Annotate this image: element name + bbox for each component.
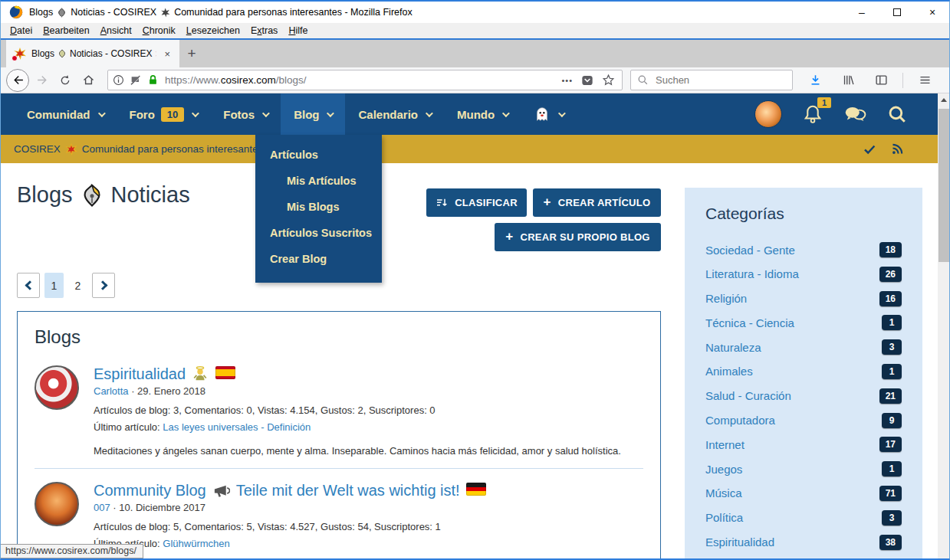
bookmark-star-icon[interactable]: [602, 74, 615, 87]
tabbar: Blogs Noticias - COSIREX × +: [0, 38, 950, 67]
category-item-tecnica-ciencia: Técnica - Ciencia 1: [705, 315, 902, 330]
tab-close-icon[interactable]: ×: [161, 47, 173, 61]
reload-button[interactable]: [54, 70, 77, 91]
blog-title-link[interactable]: Teile mit der Welt was wichtig ist!: [236, 482, 460, 499]
forward-button[interactable]: [31, 70, 54, 91]
search-input[interactable]: [654, 74, 769, 87]
blog-avatar[interactable]: [35, 482, 79, 526]
vertical-scrollbar[interactable]: [938, 93, 950, 560]
category-link[interactable]: Naturaleza: [705, 341, 761, 354]
blog-stats: Artículos de blog: 3, Comentarios: 0, Vi…: [94, 404, 643, 416]
new-tab-button[interactable]: +: [179, 40, 204, 67]
active-tab[interactable]: Blogs Noticias - COSIREX ×: [6, 40, 179, 67]
downloads-icon[interactable]: [804, 70, 827, 91]
scrollbar-thumb[interactable]: [938, 109, 949, 262]
last-article-link[interactable]: Glühwürmchen: [163, 538, 229, 549]
pagination-page-1[interactable]: 1: [44, 273, 64, 298]
category-link[interactable]: Animales: [705, 365, 753, 378]
menubar-item-datei[interactable]: Datei: [5, 24, 38, 38]
category-link[interactable]: Computadora: [705, 414, 775, 427]
nav-item-blog[interactable]: Blog: [281, 93, 345, 135]
notifications-button[interactable]: 1: [803, 104, 823, 124]
pagination: 12: [17, 273, 115, 298]
blog-title-link[interactable]: Community Blog: [94, 482, 206, 499]
user-avatar[interactable]: [754, 100, 782, 128]
dropdown-item-crear-blog[interactable]: Crear Blog: [255, 246, 382, 272]
sidebars-icon[interactable]: [869, 70, 892, 91]
category-link[interactable]: Internet: [705, 438, 745, 451]
menubar-item-lesezeichen[interactable]: Lesezeichen: [181, 24, 245, 38]
close-button[interactable]: ×: [915, 2, 950, 23]
search-bar[interactable]: [630, 70, 793, 90]
clasificar-button[interactable]: CLASIFICAR: [426, 188, 527, 217]
pagination-page-2[interactable]: 2: [68, 273, 87, 298]
category-item-politica: Política 3: [705, 510, 902, 526]
menubar-item-bearbeiten[interactable]: Bearbeiten: [38, 24, 94, 38]
pen-icon: [57, 8, 67, 18]
category-link[interactable]: Literatura - Idioma: [705, 267, 799, 280]
category-link[interactable]: Música: [705, 486, 742, 499]
category-count-badge: 26: [879, 267, 902, 282]
nav-item-ghost[interactable]: [521, 93, 577, 135]
chevron-down-icon: [262, 110, 270, 117]
library-icon[interactable]: [837, 70, 860, 91]
germany-flag-icon: [466, 482, 484, 499]
blog-title-link[interactable]: Espiritualidad: [94, 365, 186, 383]
dropdown-item-articulos-suscritos[interactable]: Artículos Suscritos: [255, 220, 382, 246]
menubar-item-ansicht[interactable]: Ansicht: [95, 24, 137, 38]
crear-articulo-button[interactable]: + CREAR ARTÍCULO: [533, 188, 661, 217]
category-count-badge: 38: [879, 535, 902, 550]
pocket-icon[interactable]: [581, 74, 593, 87]
nav-item-foro[interactable]: Foro 10: [117, 93, 211, 135]
mark-read-check-icon[interactable]: [863, 142, 876, 156]
dropdown-item-mis-articulos[interactable]: Mis Artículos: [255, 168, 382, 194]
category-link[interactable]: Juegos: [705, 463, 742, 476]
blog-author-link[interactable]: 007: [94, 502, 110, 513]
messages-button[interactable]: [843, 104, 866, 124]
chevron-down-icon: [97, 110, 105, 117]
maximize-button[interactable]: [879, 2, 915, 23]
nav-item-calendario[interactable]: Calendario: [345, 93, 444, 135]
site-search-button[interactable]: [887, 104, 907, 124]
category-link[interactable]: Salud - Curación: [705, 389, 791, 402]
blogs-panel: Blogs Espiritualidad Carlotta · 29. Ener…: [17, 311, 661, 560]
window-title: Blogs Noticias - COSIREX Comunidad para …: [29, 7, 413, 18]
page-actions-icon[interactable]: •••: [561, 76, 573, 85]
category-link[interactable]: Espiritualidad: [705, 535, 774, 549]
nav-item-mundo[interactable]: Mundo: [444, 93, 521, 135]
pagination-next-button[interactable]: [92, 273, 115, 298]
nav-item-fotos[interactable]: Fotos: [210, 93, 281, 135]
category-count-badge: 1: [882, 461, 902, 476]
pen-nib-icon: [81, 184, 104, 207]
back-button[interactable]: [6, 69, 29, 92]
category-link[interactable]: Técnica - Ciencia: [705, 316, 794, 329]
menu-hamburger-icon[interactable]: [913, 70, 936, 91]
blog-avatar[interactable]: [35, 365, 79, 410]
toolbar-separator: [902, 73, 903, 88]
dropdown-item-mis-blogs[interactable]: Mis Blogs: [255, 194, 382, 220]
last-article-label: Último artículo:: [94, 421, 163, 433]
crear-su-propio-blog-button[interactable]: + CREAR SU PROPIO BLOG: [495, 223, 661, 251]
chevron-down-icon: [558, 110, 566, 117]
category-link[interactable]: Política: [705, 511, 743, 524]
category-link[interactable]: Sociedad - Gente: [705, 244, 795, 257]
dropdown-item-articulos[interactable]: Artículos: [255, 142, 382, 168]
blog-title: Community BlogTeile mit der Welt was wic…: [94, 482, 643, 499]
url-bar[interactable]: https://www.cosirex.com/blogs/ •••: [107, 70, 623, 90]
content-blocking-icon[interactable]: [130, 74, 142, 87]
menubar-item-chronik[interactable]: Chronik: [137, 24, 181, 38]
https-lock-icon[interactable]: [147, 74, 159, 86]
nav-item-comunidad[interactable]: Comunidad: [14, 93, 117, 135]
minimize-button[interactable]: –: [844, 2, 879, 23]
category-link[interactable]: Religión: [705, 292, 747, 305]
menubar-item-hilfe[interactable]: Hilfe: [283, 24, 313, 38]
blog-dropdown-menu: ArtículosMis ArtículosMis BlogsArtículos…: [255, 135, 382, 283]
rss-icon[interactable]: [891, 142, 904, 156]
menubar-item-extras[interactable]: Extras: [245, 24, 283, 38]
blog-author-link[interactable]: Carlotta: [94, 385, 129, 397]
last-article-link[interactable]: Las leyes universales - Definición: [163, 421, 311, 433]
scroll-up-button[interactable]: [938, 93, 950, 106]
home-button[interactable]: [77, 70, 100, 91]
pagination-prev-button[interactable]: [17, 273, 40, 298]
page-info-icon[interactable]: [113, 74, 124, 86]
